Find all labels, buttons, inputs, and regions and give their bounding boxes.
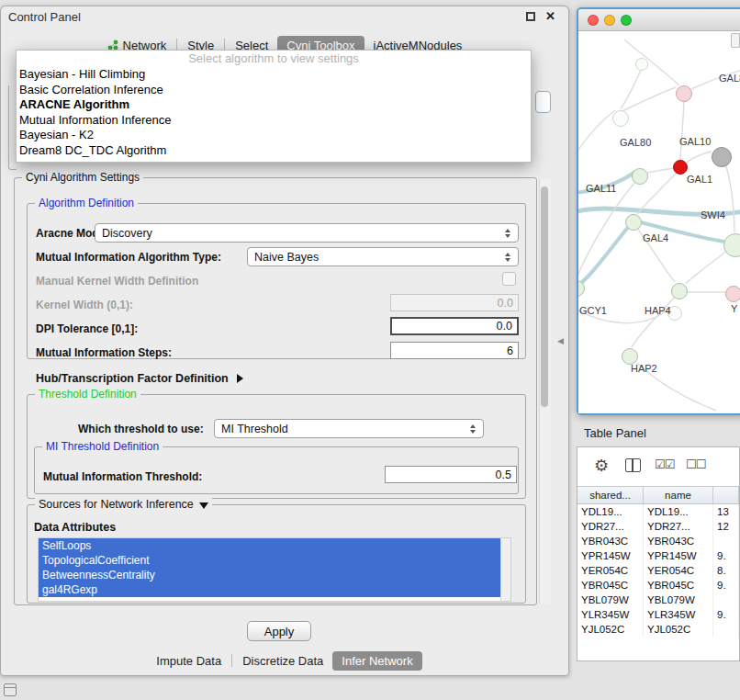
algorithm-option[interactable]: Bayesian - Hill Climbing: [17, 67, 531, 83]
list-item-selected[interactable]: SelfLoops: [39, 538, 500, 553]
which-threshold-select[interactable]: MI Threshold: [214, 419, 484, 438]
network-node[interactable]: [612, 110, 629, 127]
list-item-selected[interactable]: BetweennessCentrality: [39, 568, 500, 582]
algorithm-definition-title: Algorithm Definition: [35, 197, 138, 209]
tab-separator: [231, 654, 232, 667]
list-item-selected[interactable]: TopologicalCoefficient: [39, 553, 500, 568]
algorithm-option-selected[interactable]: ARACNE Algorithm: [17, 97, 531, 113]
node-label: HAP4: [645, 305, 671, 316]
apply-button[interactable]: Apply: [247, 621, 311, 641]
hub-definition-toggle[interactable]: Hub/Transcription Factor Definition: [36, 369, 243, 384]
deselect-all-checkboxes-icon[interactable]: ☐☐: [686, 457, 705, 471]
network-node[interactable]: [676, 85, 692, 102]
table-row[interactable]: YBL079WYBL079W: [577, 593, 739, 607]
list-scrollbar-track[interactable]: [500, 538, 510, 601]
network-edges: [578, 32, 740, 413]
table-row[interactable]: YER054CYER054C8.: [577, 563, 739, 578]
traffic-close-icon[interactable]: [588, 15, 599, 26]
sources-group-title[interactable]: Sources for Network Inference: [35, 498, 212, 511]
table-toolbar: ⚙ ☑☑ ☐☐: [577, 447, 739, 486]
network-node[interactable]: [635, 58, 648, 71]
gear-icon[interactable]: ⚙: [594, 456, 609, 476]
table-row[interactable]: YDR27...YDR27...12: [577, 519, 739, 534]
cell: YDL19...: [577, 504, 644, 519]
cell: YBR043C: [577, 534, 644, 548]
tab-discretize-data-label: Discretize Data: [242, 654, 323, 668]
network-canvas[interactable]: GAL8 GAL80 GAL10 GAL11 GAL1 SWI4 GAL4 GC…: [578, 32, 740, 413]
updown-arrows-icon: [500, 253, 515, 262]
mi-type-value: Naive Bayes: [254, 251, 500, 264]
kernel-width-field[interactable]: 0.0: [390, 294, 519, 311]
dpi-tolerance-label: DPI Tolerance [0,1]:: [36, 322, 138, 335]
list-item-selected[interactable]: gal4RGexp: [39, 582, 500, 597]
node-label: GAL10: [679, 136, 711, 147]
table-row[interactable]: YBR045CYBR045C9.: [577, 578, 739, 593]
dpi-tolerance-field[interactable]: 0.0: [390, 317, 519, 335]
sources-title-text: Sources for Network Inference: [39, 498, 194, 511]
cell: YLR345W: [644, 607, 713, 622]
updown-arrows-icon: [465, 424, 480, 434]
table-row[interactable]: YJL052CYJL052C: [577, 622, 739, 637]
network-node-gal4[interactable]: [625, 214, 642, 231]
mi-type-label: Mutual Information Algorithm Type:: [36, 251, 221, 264]
cell: YER054C: [577, 563, 644, 578]
cell: YLR345W: [577, 607, 644, 622]
network-node-gal1[interactable]: [673, 160, 688, 175]
network-node-gal11[interactable]: [632, 168, 648, 185]
node-label: GAL11: [586, 183, 616, 194]
cell: YBL079W: [577, 593, 644, 607]
mi-threshold-field[interactable]: 0.5: [385, 466, 517, 483]
tab-impute-data[interactable]: Impute Data: [147, 651, 230, 671]
float-window-icon[interactable]: [526, 12, 535, 21]
mi-threshold-label: Mutual Information Threshold:: [43, 470, 202, 483]
desktop: Control Panel ✕ Network Style Select Cyn…: [0, 0, 740, 700]
table-row[interactable]: YBR043CYBR043C: [577, 534, 739, 548]
settings-scrollbar-thumb[interactable]: [541, 186, 548, 407]
hub-definition-label: Hub/Transcription Factor Definition: [36, 372, 229, 385]
tab-impute-data-label: Impute Data: [156, 654, 221, 668]
table-row[interactable]: YLR345WYLR345W9.: [577, 607, 739, 622]
column-settings-icon[interactable]: [625, 458, 641, 472]
close-window-icon[interactable]: ✕: [545, 9, 555, 23]
algorithm-option[interactable]: Dream8 DC_TDC Algorithm: [17, 143, 531, 159]
column-header-shared[interactable]: shared...: [577, 487, 644, 503]
network-node[interactable]: [725, 286, 740, 302]
manual-kernel-checkbox[interactable]: [502, 272, 516, 286]
table-row[interactable]: YPR145WYPR145W9.: [577, 548, 739, 563]
network-node-hap4[interactable]: [671, 283, 688, 299]
mi-type-select[interactable]: Naive Bayes: [247, 247, 519, 266]
traffic-minimize-icon[interactable]: [604, 15, 615, 26]
cell: 8.: [713, 563, 739, 578]
algorithm-option[interactable]: Basic Correlation Inference: [17, 83, 531, 98]
cell: [713, 534, 739, 548]
which-threshold-value: MI Threshold: [221, 423, 465, 435]
tab-infer-network[interactable]: Infer Network: [332, 651, 421, 671]
node-label: HAP2: [631, 363, 657, 374]
mi-steps-field[interactable]: 6: [390, 342, 519, 359]
data-attributes-label: Data Attributes: [34, 521, 116, 534]
node-label: GAL8: [719, 73, 740, 84]
tab-discretize-data[interactable]: Discretize Data: [233, 651, 332, 671]
algorithm-option[interactable]: Bayesian - K2: [17, 128, 531, 143]
data-attributes-list: SelfLoops TopologicalCoefficient Between…: [38, 537, 511, 602]
expand-right-icon: [237, 374, 243, 383]
network-view-window: GAL8 GAL80 GAL10 GAL11 GAL1 SWI4 GAL4 GC…: [577, 7, 740, 415]
algorithm-option[interactable]: Mutual Information Inference: [17, 113, 531, 129]
traffic-zoom-icon[interactable]: [621, 15, 632, 26]
column-header-partial[interactable]: [713, 487, 739, 503]
node-label: GAL1: [687, 174, 712, 185]
table-row[interactable]: YDL19...YDL19...13: [577, 504, 739, 519]
node-label: GAL80: [620, 137, 651, 148]
column-header-name[interactable]: name: [644, 487, 713, 503]
docked-panel-icon[interactable]: [4, 683, 17, 696]
cell: [713, 593, 739, 607]
bottom-tabbar: Impute Data Discretize Data Infer Networ…: [1, 649, 568, 672]
table-panel-title: Table Panel: [584, 426, 646, 440]
cell: YER054C: [644, 563, 713, 578]
splitter-collapse-button[interactable]: ◀: [557, 336, 564, 345]
select-all-checkboxes-icon[interactable]: ☑☑: [655, 457, 674, 471]
node-label: GCY1: [579, 305, 607, 316]
network-node-gal10[interactable]: [712, 147, 732, 167]
aracne-mode-select[interactable]: Discovery: [95, 223, 519, 243]
cyni-algorithm-settings-title: Cyni Algorithm Settings: [22, 171, 143, 184]
